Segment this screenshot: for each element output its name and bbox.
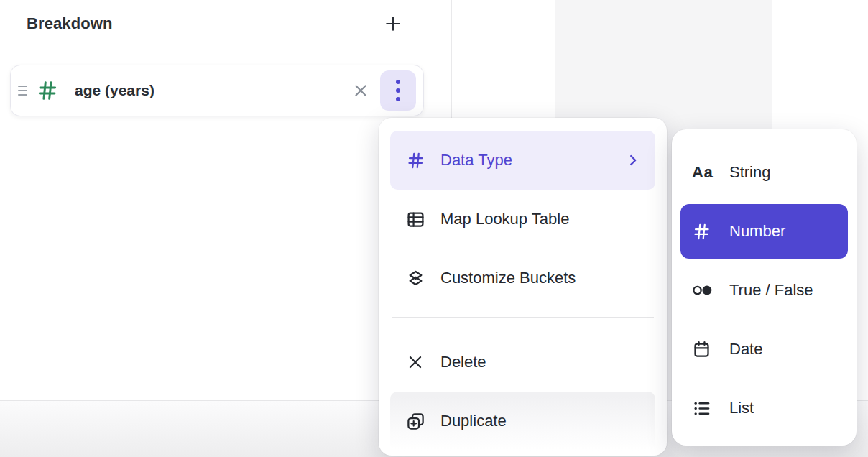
kebab-dot	[396, 97, 400, 101]
submenu-item-list[interactable]: List	[680, 381, 848, 435]
string-aa-icon: Aa	[692, 163, 718, 182]
field-context-menu: Data Type Map Lookup Table Customize Buc…	[379, 118, 667, 456]
page-root: Breakdown age (years) Data Type	[0, 0, 868, 457]
plus-icon	[383, 14, 403, 34]
submenu-item-label: True / False	[729, 281, 813, 300]
field-options-button[interactable]	[380, 70, 416, 111]
drag-handle[interactable]	[17, 81, 29, 100]
menu-item-map-lookup-table[interactable]: Map Lookup Table	[390, 190, 655, 249]
menu-item-customize-buckets[interactable]: Customize Buckets	[390, 249, 655, 308]
field-name-label: age (years)	[75, 82, 348, 99]
submenu-item-label: List	[729, 399, 754, 417]
submenu-item-date[interactable]: Date	[680, 322, 848, 377]
submenu-item-label: Number	[729, 222, 785, 241]
submenu-item-string[interactable]: Aa String	[680, 145, 848, 200]
menu-item-data-type[interactable]: Data Type	[390, 131, 655, 190]
menu-item-label: Map Lookup Table	[440, 210, 569, 228]
table-icon	[405, 210, 426, 229]
true-false-circles-icon	[692, 281, 718, 300]
calendar-icon	[692, 340, 718, 359]
hash-icon	[405, 151, 426, 170]
submenu-item-number[interactable]: Number	[680, 204, 848, 259]
menu-item-delete[interactable]: Delete	[390, 333, 655, 392]
remove-field-button[interactable]	[348, 78, 373, 103]
kebab-dot	[396, 88, 400, 93]
buckets-stack-icon	[405, 269, 426, 288]
menu-item-duplicate[interactable]: Duplicate	[390, 392, 655, 451]
number-type-icon	[36, 79, 59, 102]
menu-item-label: Delete	[440, 353, 486, 371]
duplicate-icon	[405, 412, 426, 431]
chevron-right-icon	[625, 152, 641, 168]
breakdown-header: Breakdown	[27, 11, 404, 36]
menu-item-label: Customize Buckets	[440, 269, 576, 287]
submenu-item-label: String	[729, 163, 770, 182]
x-icon	[405, 353, 426, 371]
add-breakdown-button[interactable]	[382, 13, 404, 34]
kebab-dot	[396, 80, 400, 84]
submenu-item-label: Date	[729, 340, 762, 359]
submenu-item-true-false[interactable]: True / False	[680, 263, 848, 318]
breakdown-field-row[interactable]: age (years)	[10, 65, 424, 116]
list-icon	[692, 399, 718, 418]
menu-item-label: Data Type	[440, 151, 512, 170]
data-type-submenu: Aa String Number True / False Date	[672, 129, 857, 446]
breakdown-title: Breakdown	[27, 14, 112, 33]
menu-item-label: Duplicate	[440, 412, 507, 430]
hash-icon	[692, 222, 718, 241]
close-icon	[351, 81, 370, 100]
menu-divider	[392, 317, 654, 318]
